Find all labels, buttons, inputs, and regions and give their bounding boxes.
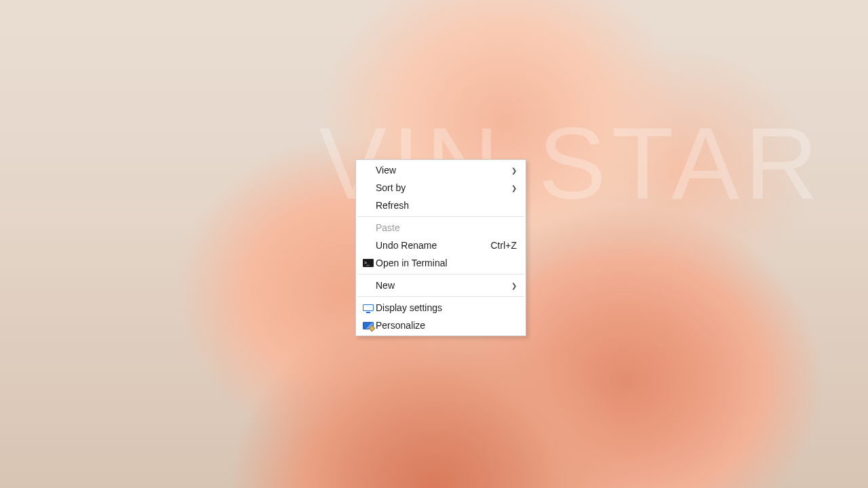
- menu-item-open-terminal[interactable]: Open in Terminal: [357, 254, 525, 272]
- menu-label-display-settings: Display settings: [376, 302, 517, 313]
- chevron-right-icon: ❯: [511, 282, 517, 289]
- menu-item-personalize[interactable]: Personalize: [357, 317, 525, 334]
- menu-label-new: New: [376, 280, 503, 291]
- menu-separator: [357, 296, 524, 297]
- menu-label-undo-rename: Undo Rename: [376, 240, 483, 251]
- menu-label-open-terminal: Open in Terminal: [376, 258, 517, 268]
- chevron-right-icon: ❯: [511, 167, 517, 174]
- menu-label-paste: Paste: [376, 222, 517, 233]
- desktop-context-menu: View ❯ Sort by ❯ Refresh Paste Undo Rena…: [355, 159, 526, 336]
- menu-item-refresh[interactable]: Refresh: [357, 197, 525, 214]
- menu-item-undo-rename[interactable]: Undo Rename Ctrl+Z: [357, 237, 525, 254]
- menu-item-new[interactable]: New ❯: [357, 277, 525, 294]
- menu-label-sort-by: Sort by: [376, 182, 503, 193]
- chevron-right-icon: ❯: [511, 184, 517, 192]
- menu-label-refresh: Refresh: [376, 200, 517, 211]
- menu-separator: [357, 216, 524, 217]
- personalize-icon: [361, 322, 376, 329]
- menu-item-paste: Paste: [357, 219, 525, 237]
- desktop-wallpaper[interactable]: VIN STAR View ❯ Sort by ❯ Refresh Paste: [0, 0, 868, 488]
- menu-label-view: View: [376, 165, 503, 176]
- menu-shortcut-undo-rename: Ctrl+Z: [491, 240, 517, 251]
- menu-item-view[interactable]: View ❯: [357, 161, 525, 179]
- menu-label-personalize: Personalize: [376, 320, 517, 331]
- display-icon: [361, 304, 376, 311]
- menu-separator: [357, 274, 524, 274]
- menu-item-display-settings[interactable]: Display settings: [357, 299, 525, 317]
- terminal-icon: [361, 259, 376, 267]
- menu-item-sort-by[interactable]: Sort by ❯: [357, 179, 525, 197]
